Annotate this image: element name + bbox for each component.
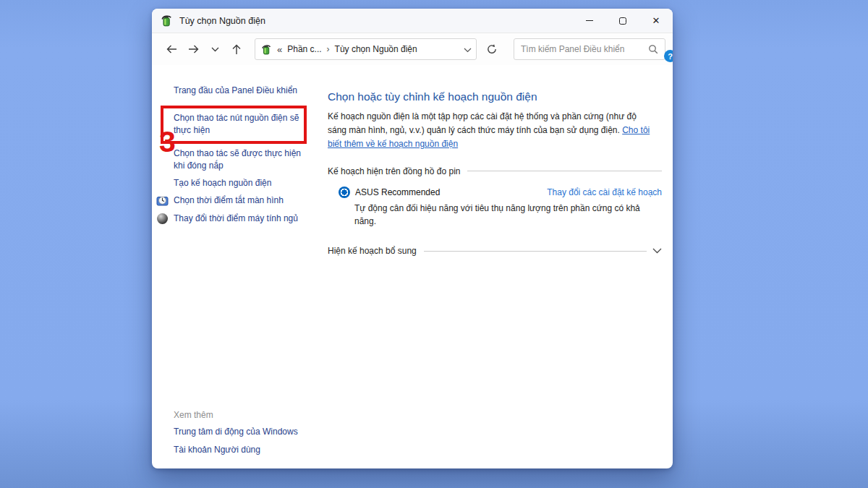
additional-plans-header: Hiện kế hoạch bổ sung — [328, 246, 417, 256]
forward-button[interactable] — [182, 38, 204, 60]
section-divider — [467, 171, 662, 171]
address-dropdown-button[interactable] — [464, 43, 472, 56]
breadcrumb-separator-icon: › — [327, 44, 330, 54]
up-arrow-icon — [231, 43, 242, 56]
sidebar-item-change-sleep-time[interactable]: Thay đổi thời điểm máy tính ngủ — [174, 213, 302, 225]
minimize-icon — [586, 20, 593, 21]
sidebar-link-user-accounts[interactable]: Tài khoản Người dùng — [174, 444, 307, 456]
breadcrumb-parent[interactable]: Phần c... — [287, 44, 321, 54]
sidebar-home-link[interactable]: Trang đầu của Panel Điều khiển — [174, 85, 320, 97]
battery-meter-plans-section: Kế hoạch hiện trên đồng hồ đo pin — [328, 166, 662, 176]
plan-name: ASUS Recommended — [355, 187, 440, 197]
refresh-button[interactable] — [482, 39, 501, 59]
see-also-header: Xem thêm — [174, 410, 307, 420]
search-box — [514, 38, 665, 60]
window-body: 3 Trang đầu của Panel Điều khiển Chọn th… — [152, 65, 673, 468]
chevron-down-icon — [652, 248, 662, 254]
address-power-icon — [261, 44, 272, 55]
intro-text: Kế hoạch nguồn điện là một tập hợp các c… — [328, 111, 637, 135]
change-plan-settings-link[interactable]: Thay đổi các cài đặt kế hoạch — [547, 187, 662, 197]
minimize-button[interactable] — [573, 9, 606, 33]
display-clock-icon — [156, 194, 169, 207]
see-also-section: Xem thêm Trung tâm di động của Windows T… — [174, 410, 307, 456]
close-icon: ✕ — [652, 16, 660, 25]
annotation-step-number: 3 — [159, 127, 176, 157]
address-bar[interactable]: « Phần c... › Tùy chọn Nguồn điện — [255, 38, 477, 60]
sidebar-item-create-power-plan[interactable]: Tạo kế hoạch nguồn điện — [174, 177, 302, 189]
search-input[interactable] — [521, 44, 648, 54]
intro-paragraph: Kế hoạch nguồn điện là một tập hợp các c… — [328, 110, 655, 151]
recent-pages-button[interactable] — [204, 38, 226, 60]
refresh-icon — [486, 43, 498, 55]
window-controls: ✕ — [573, 9, 673, 33]
plan-radio-selected[interactable] — [339, 187, 350, 198]
chevron-down-icon — [211, 47, 219, 52]
sidebar: Trang đầu của Panel Điều khiển Chọn thao… — [152, 65, 320, 468]
page-title: Chọn hoặc tùy chỉnh kế hoạch nguồn điện — [328, 90, 662, 103]
up-button[interactable] — [226, 38, 247, 60]
forward-icon — [187, 43, 200, 55]
sidebar-item-label: Chọn thời điểm tắt màn hình — [174, 195, 284, 205]
chevron-down-icon — [464, 48, 472, 53]
additional-plans-section[interactable]: Hiện kế hoạch bổ sung — [328, 246, 662, 256]
maximize-button[interactable] — [606, 9, 639, 33]
expand-additional-plans-button[interactable] — [652, 248, 662, 254]
window-title: Tùy chọn Nguồn điện — [179, 16, 265, 26]
sleep-sphere-icon — [156, 213, 169, 225]
title-bar: Tùy chọn Nguồn điện ✕ — [152, 9, 673, 33]
back-icon — [166, 43, 178, 55]
sidebar-item-turn-off-display[interactable]: Chọn thời điểm tắt màn hình — [174, 194, 302, 207]
maximize-icon — [619, 17, 626, 25]
sidebar-item-label: Thay đổi thời điểm máy tính ngủ — [174, 213, 298, 223]
sidebar-item-power-button-action[interactable]: Chọn thao tác nút nguồn điện sẽ thực hiệ… — [174, 112, 307, 137]
power-options-app-icon — [161, 14, 173, 27]
section-divider — [424, 251, 647, 252]
sidebar-item-lid-close-action[interactable]: Chọn thao tác sẽ được thực hiện khi đóng… — [174, 147, 302, 172]
navigation-bar: « Phần c... › Tùy chọn Nguồn điện — [152, 33, 673, 65]
battery-meter-plans-header: Kế hoạch hiện trên đồng hồ đo pin — [328, 166, 460, 176]
breadcrumb-current[interactable]: Tùy chọn Nguồn điện — [335, 44, 417, 54]
main-content: ? Chọn hoặc tùy chỉnh kế hoạch nguồn điệ… — [320, 65, 673, 468]
close-button[interactable]: ✕ — [639, 9, 673, 33]
plan-description: Tự động cân đối hiệu năng với tiêu thụ n… — [328, 202, 660, 228]
breadcrumb-overflow-icon[interactable]: « — [277, 44, 282, 55]
annotation-highlight-box: Chọn thao tác nút nguồn điện sẽ thực hiệ… — [161, 106, 307, 144]
power-plan-row: ASUS Recommended Thay đổi các cài đặt kế… — [328, 187, 662, 198]
search-icon[interactable] — [648, 44, 658, 54]
power-options-window: Tùy chọn Nguồn điện ✕ — [152, 9, 673, 468]
sidebar-link-mobility-center[interactable]: Trung tâm di động của Windows — [174, 426, 307, 438]
help-button[interactable]: ? — [664, 50, 673, 62]
back-button[interactable] — [161, 38, 182, 60]
